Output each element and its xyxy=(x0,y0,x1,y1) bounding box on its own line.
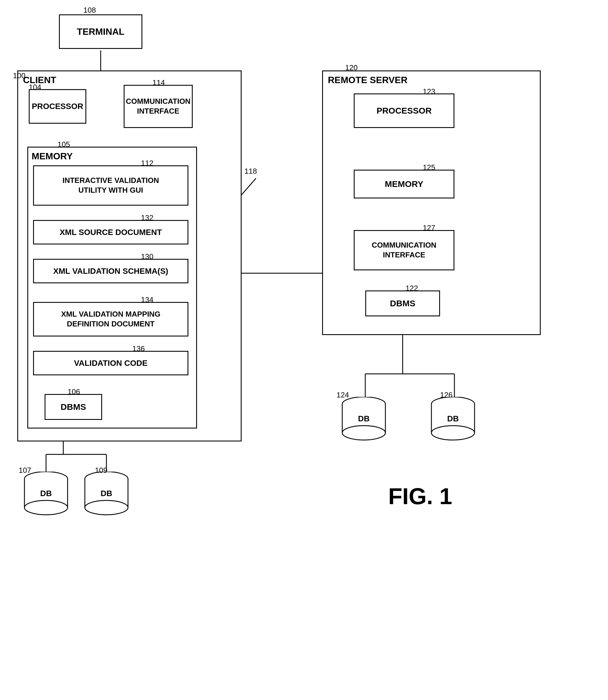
ref-127: 127 xyxy=(423,224,435,232)
interactive-validation-box: INTERACTIVE VALIDATIONUTILITY WITH GUI xyxy=(33,165,188,206)
ref-106: 106 xyxy=(68,387,80,396)
ref-114: 114 xyxy=(152,78,165,87)
xml-validation-schema-box: XML VALIDATION SCHEMA(S) xyxy=(33,259,188,283)
ref-120: 120 xyxy=(345,63,358,72)
memory-server-box: MEMORY xyxy=(354,170,454,198)
svg-text:DB: DB xyxy=(101,489,112,498)
svg-text:DB: DB xyxy=(40,489,52,498)
svg-text:DB: DB xyxy=(358,414,369,423)
ref-132: 132 xyxy=(141,213,153,222)
fig-label: FIG. 1 xyxy=(388,483,452,510)
db2-server-cylinder: DB xyxy=(430,397,476,443)
ref-134: 134 xyxy=(141,295,153,304)
ref-130: 130 xyxy=(141,252,153,261)
ref-136: 136 xyxy=(132,344,145,353)
terminal-box: TERMINAL xyxy=(59,14,142,49)
svg-point-43 xyxy=(342,425,385,440)
comm-interface-client-label: COMMUNICATIONINTERFACE xyxy=(126,97,191,116)
svg-point-49 xyxy=(432,425,475,440)
comm-interface-server-label: COMMUNICATIONINTERFACE xyxy=(372,241,437,260)
db1-client-cylinder: DB xyxy=(23,472,69,518)
db1-server-cylinder: DB xyxy=(341,397,387,443)
ref-100: 100 xyxy=(13,71,25,80)
ref-118: 118 xyxy=(245,167,257,176)
interactive-validation-label: INTERACTIVE VALIDATIONUTILITY WITH GUI xyxy=(62,176,159,195)
xml-validation-mapping-box: XML VALIDATION MAPPINGDEFINITION DOCUMEN… xyxy=(33,302,188,337)
ref-125: 125 xyxy=(423,163,435,172)
diagram: TERMINAL 108 CLIENT 100 PROCESSOR 104 CO… xyxy=(0,0,608,700)
xml-source-box: XML SOURCE DOCUMENT xyxy=(33,220,188,244)
dbms-server-box: DBMS xyxy=(365,290,440,316)
validation-code-box: VALIDATION CODE xyxy=(33,351,188,375)
dbms-client-box: DBMS xyxy=(44,394,102,420)
comm-interface-server-box: COMMUNICATIONINTERFACE xyxy=(354,230,454,270)
ref-109: 109 xyxy=(95,466,107,475)
ref-112: 112 xyxy=(141,159,153,168)
ref-104: 104 xyxy=(29,83,41,92)
svg-point-37 xyxy=(85,500,128,515)
ref-124: 124 xyxy=(337,391,349,399)
comm-interface-client-box: COMMUNICATIONINTERFACE xyxy=(124,85,193,128)
memory-client-label: MEMORY xyxy=(32,151,73,162)
svg-point-31 xyxy=(24,500,68,515)
ref-123: 123 xyxy=(423,87,435,96)
ref-126: 126 xyxy=(440,391,452,399)
processor-client-box: PROCESSOR xyxy=(29,89,86,124)
ref-122: 122 xyxy=(405,284,418,293)
ref-108: 108 xyxy=(83,6,96,15)
db2-client-cylinder: DB xyxy=(83,472,129,518)
svg-text:DB: DB xyxy=(447,414,459,423)
ref-107: 107 xyxy=(19,466,31,475)
ref-105: 105 xyxy=(58,140,70,149)
xml-validation-mapping-label: XML VALIDATION MAPPINGDEFINITION DOCUMEN… xyxy=(61,309,160,329)
remote-server-label: REMOTE SERVER xyxy=(328,75,407,86)
processor-server-box: PROCESSOR xyxy=(354,93,454,128)
